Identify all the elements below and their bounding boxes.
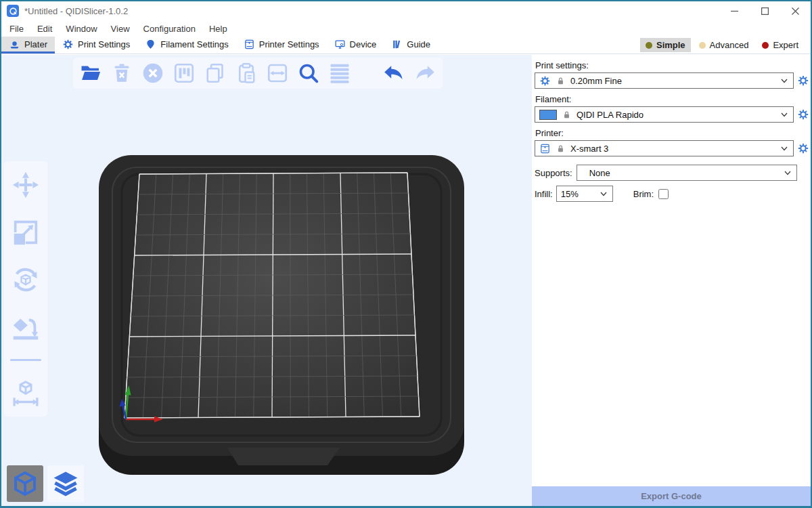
print-settings-edit-button[interactable] [796,75,810,87]
undo-icon [382,61,406,85]
tab-guide[interactable]: Guide [384,37,438,54]
gear-icon [62,39,74,50]
circle-x-icon [141,61,165,85]
tab-printer-settings[interactable]: Printer Settings [236,37,327,54]
mode-simple[interactable]: Simple [640,38,691,52]
tab-plater[interactable]: Plater [1,37,55,54]
scale-icon [10,217,41,248]
filament-label: Filament: [535,94,810,104]
gear-icon [797,75,809,87]
preview-layers-view-button[interactable] [47,465,84,502]
filament-combo[interactable]: QIDI PLA Rapido [535,106,794,123]
tab-label: Device [350,39,377,49]
measure-icon [10,377,41,408]
lock-icon [562,110,572,120]
printer-bed [95,154,471,478]
open-project-button[interactable] [78,61,103,85]
mode-expert[interactable]: Expert [757,38,804,52]
app-logo-icon [7,5,19,17]
top-toolbar [73,58,443,89]
cube-icon [11,469,39,498]
printer-label: Printer: [535,128,810,138]
maximize-button[interactable] [750,1,780,20]
brim-checkbox[interactable] [658,189,669,199]
tab-print-settings[interactable]: Print Settings [55,37,137,54]
search-icon [296,61,321,85]
copy-icon [203,61,227,85]
gear-icon [797,142,809,154]
supports-select[interactable]: None [577,165,797,181]
plater-icon [9,39,20,50]
menu-view[interactable]: View [104,22,137,36]
chevron-down-icon [599,189,608,198]
close-button[interactable] [780,1,811,20]
layers-icon [51,469,81,499]
move-tool[interactable] [10,169,41,200]
menu-help[interactable]: Help [202,22,234,36]
supports-value: None [581,168,779,178]
delete-all-button[interactable] [141,61,165,85]
filament-color-swatch [539,110,557,120]
tab-device[interactable]: Device [327,37,384,54]
measure-tool[interactable] [10,377,41,408]
window-title: *Untitled - QIDISlicer-1.0.2 [24,6,128,16]
export-gcode-button[interactable]: Export G-code [532,486,811,506]
paste-button[interactable] [234,61,258,85]
minimize-button[interactable] [719,1,750,20]
arrange-icon [172,61,196,85]
layer-list-icon [328,61,352,85]
print-settings-value: 0.20mm Fine [570,76,775,86]
menu-configuration[interactable]: Configuration [137,22,202,36]
chevron-down-icon [780,76,789,85]
filament-icon [145,39,156,50]
title-bar: *Untitled - QIDISlicer-1.0.2 [1,1,811,20]
infill-value: 15% [561,189,595,199]
brim-label: Brim: [633,189,654,199]
printer-combo[interactable]: X-smart 3 [535,140,794,156]
tab-label: Guide [407,39,430,49]
tab-label: Printer Settings [259,39,319,49]
rotate-icon [10,264,41,295]
menu-file[interactable]: File [3,22,30,36]
redo-icon [413,61,437,85]
printer-edit-button[interactable] [796,142,810,154]
layers-button[interactable] [328,61,352,85]
place-on-face-tool[interactable] [10,312,41,343]
infill-label: Infill: [535,189,553,199]
rotate-tool[interactable] [10,264,41,295]
guide-icon [391,39,403,50]
menu-edit[interactable]: Edit [30,22,59,36]
copy-button[interactable] [203,61,227,85]
open-folder-icon [78,61,103,85]
tab-label: Filament Settings [160,39,228,49]
split-objects-button[interactable] [265,61,290,85]
toolbar-separator [10,359,41,361]
print-settings-combo[interactable]: 0.20mm Fine [535,72,794,89]
supports-label: Supports: [535,168,572,178]
gear-icon [539,75,551,87]
menu-bar: File Edit Window View Configuration Help [1,20,811,37]
printer-icon [244,39,255,50]
filament-edit-button[interactable] [796,108,810,121]
tab-filament-settings[interactable]: Filament Settings [137,37,235,54]
arrange-button[interactable] [172,61,196,85]
tab-label: Print Settings [78,39,130,49]
search-button[interactable] [296,61,321,85]
scale-tool[interactable] [10,217,41,248]
split-icon [265,61,290,85]
menu-window[interactable]: Window [59,22,104,36]
printer-icon [539,143,551,154]
3d-viewport[interactable] [1,55,532,506]
delete-button[interactable] [110,61,134,85]
undo-button[interactable] [382,61,406,85]
mode-advanced[interactable]: Advanced [694,38,754,52]
chevron-down-icon [783,168,792,177]
paste-icon [234,61,258,85]
editor-3d-view-button[interactable] [7,465,43,502]
chevron-down-icon [780,144,789,153]
mode-selector: Simple Advanced Expert [640,37,811,54]
infill-select[interactable]: 15% [556,186,613,202]
lock-icon [556,144,566,154]
app-window: *Untitled - QIDISlicer-1.0.2 File Edit W… [0,0,812,508]
redo-button[interactable] [413,61,437,85]
